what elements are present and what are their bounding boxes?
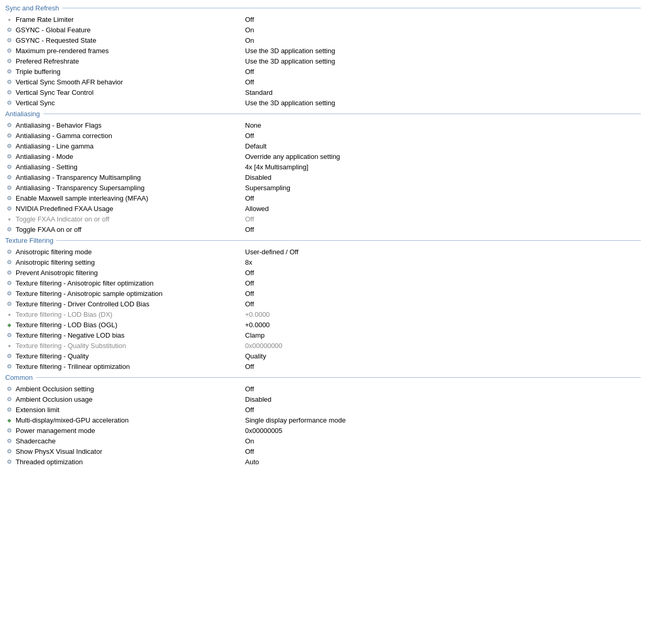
row-label-text: Triple buffering [16,68,60,76]
row-value-text: On [245,26,640,34]
table-row[interactable]: Texture filtering - LOD Bias (OGL)+0.000… [4,319,641,330]
table-row[interactable]: NVIDIA Predefined FXAA UsageAllowed [4,203,641,214]
row-value-text: Use the 3D application setting [245,57,640,65]
section-label-sync-refresh: Sync and Refresh [4,4,62,12]
section-antialiasing: AntialiasingAntialiasing - Behavior Flag… [4,110,641,234]
table-row[interactable]: Anisotropic filtering modeUser-defined /… [4,246,641,257]
row-label-text: Antialiasing - Transparency Supersamplin… [16,184,144,192]
table-row[interactable]: Texture filtering - LOD Bias (DX)+0.0000 [4,309,641,319]
row-label-text: Texture filtering - Anisotropic sample o… [16,290,163,298]
table-row[interactable]: Texture filtering - Quality Substitution… [4,340,641,351]
gear-icon [5,204,14,213]
table-row[interactable]: Texture filtering - Trilinear optimizati… [4,361,641,371]
table-row[interactable]: Maximum pre-rendered framesUse the 3D ap… [4,45,641,56]
table-row[interactable]: Antialiasing - Behavior FlagsNone [4,120,641,130]
row-value-text: None [245,121,640,129]
row-value-text: Disabled [245,174,640,181]
section-label-antialiasing: Antialiasing [4,110,43,118]
table-row[interactable]: Extension limitOff [4,404,641,415]
row-value-text: Off [245,194,640,202]
row-value-text: Off [245,363,640,370]
table-row[interactable]: Antialiasing - Transparency Supersamplin… [4,182,641,193]
row-label-text: Frame Rate Limiter [16,16,74,23]
table-row[interactable]: Prefered RefreshrateUse the 3D applicati… [4,56,641,66]
table-row[interactable]: Multi-display/mixed-GPU accelerationSing… [4,415,641,425]
row-label-text: Toggle FXAA Indicator on or off [16,215,109,223]
table-row[interactable]: Frame Rate LimiterOff [4,14,641,24]
row-value-text: Off [245,279,640,287]
row-label-text: Texture filtering - Quality Substitution [16,342,126,350]
table-row[interactable]: ShadercacheOn [4,436,641,446]
gear-icon [5,289,14,298]
row-label-text: Texture filtering - Negative LOD bias [16,331,125,339]
table-row[interactable]: Antialiasing - ModeOverride any applicat… [4,151,641,162]
table-row[interactable]: Power management mode0x00000005 [4,425,641,436]
row-label-text: Antialiasing - Mode [16,153,74,160]
table-row[interactable]: Threaded optimizationAuto [4,456,641,467]
row-label-text: Antialiasing - Behavior Flags [16,121,102,129]
row-value-text: Off [245,68,640,76]
table-row[interactable]: Texture filtering - Driver Controlled LO… [4,299,641,309]
table-row[interactable]: Antialiasing - Line gammaDefault [4,141,641,151]
diamond-icon [5,416,14,424]
table-row[interactable]: Texture filtering - Anisotropic sample o… [4,288,641,299]
table-row[interactable]: Show PhysX Visual IndicatorOff [4,446,641,456]
gear-icon [5,173,14,181]
row-value-text: 4x [4x Multisampling] [245,163,640,171]
row-label-text: Threaded optimization [16,458,83,466]
circle-icon [5,310,14,318]
table-row[interactable]: Ambient Occlusion usageDisabled [4,394,641,404]
row-label-text: Vertical Sync Tear Control [16,89,93,96]
table-row[interactable]: Ambient Occlusion settingOff [4,383,641,394]
gear-icon [5,46,14,55]
row-value-text: Disabled [245,395,640,403]
row-label-text: Texture filtering - LOD Bias (OGL) [16,321,117,329]
row-label-text: Antialiasing - Transparency Multisamplin… [16,174,141,181]
row-label-text: GSYNC - Requested State [16,36,96,44]
table-row[interactable]: Vertical Sync Tear ControlStandard [4,87,641,97]
row-value-text: +0.0000 [245,311,640,318]
table-row[interactable]: GSYNC - Requested StateOn [4,35,641,45]
table-row[interactable]: Antialiasing - Gamma correctionOff [4,130,641,141]
gear-icon [5,57,14,65]
row-label-text: Antialiasing - Line gamma [16,142,94,150]
table-row[interactable]: Toggle FXAA on or offOff [4,224,641,234]
gear-icon [5,437,14,445]
row-label-text: Vertical Sync [16,99,55,107]
row-value-text: Single display performance mode [245,416,640,424]
row-value-text: Auto [245,458,640,466]
table-row[interactable]: Texture filtering - QualityQuality [4,351,641,361]
table-row[interactable]: Prevent Anisotropic filteringOff [4,267,641,278]
table-row[interactable]: Vertical Sync Smooth AFR behaviorOff [4,77,641,87]
row-label-text: Ambient Occlusion setting [16,385,94,393]
table-row[interactable]: Antialiasing - Transparency Multisamplin… [4,172,641,182]
table-row[interactable]: Anisotropic filtering setting8x [4,257,641,267]
row-label-text: Texture filtering - Quality [16,352,89,360]
row-value-text: Standard [245,89,640,96]
table-row[interactable]: Triple bufferingOff [4,66,641,77]
section-common: CommonAmbient Occlusion settingOffAmbien… [4,374,641,467]
table-row[interactable]: Texture filtering - Negative LOD biasCla… [4,330,641,340]
row-label-text: Texture filtering - LOD Bias (DX) [16,311,113,318]
table-row[interactable]: Enable Maxwell sample interleaving (MFAA… [4,193,641,203]
table-row[interactable]: Toggle FXAA Indicator on or offOff [4,214,641,224]
row-value-text: Off [245,385,640,393]
settings-panel: Sync and RefreshFrame Rate LimiterOffGSY… [4,4,641,467]
row-value-text: Quality [245,352,640,360]
row-label-text: NVIDIA Predefined FXAA Usage [16,205,113,213]
table-row[interactable]: Vertical SyncUse the 3D application sett… [4,97,641,108]
section-header-texture-filtering: Texture Filtering [4,237,641,244]
gear-icon [5,183,14,192]
gear-icon [5,78,14,86]
row-value-text: Use the 3D application setting [245,99,640,107]
table-row[interactable]: Antialiasing - Setting4x [4x Multisampli… [4,162,641,172]
gear-icon [5,163,14,171]
gear-icon [5,385,14,393]
row-value-text: 0x00000000 [245,342,640,350]
row-label-text: Anisotropic filtering mode [16,248,92,256]
table-row[interactable]: Texture filtering - Anisotropic filter o… [4,278,641,288]
row-value-text: Allowed [245,205,640,213]
section-header-sync-refresh: Sync and Refresh [4,4,641,12]
table-row[interactable]: GSYNC - Global FeatureOn [4,24,641,35]
gear-icon [5,194,14,202]
